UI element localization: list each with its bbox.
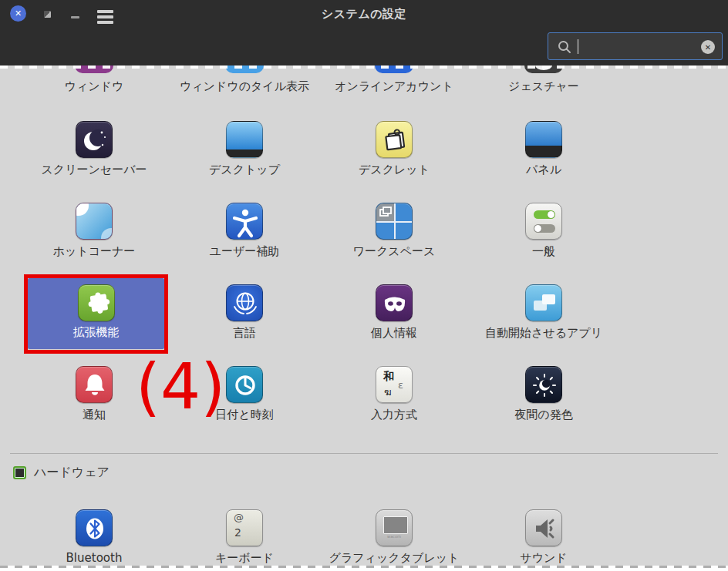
tile-label: 個人情報 <box>319 327 469 340</box>
settings-tile-window-tiling[interactable]: ウィンドウのタイル表示 <box>170 65 319 93</box>
tile-label: キーボード <box>170 552 319 565</box>
search-input[interactable]: ✕ <box>548 32 723 60</box>
tile-label: デスクレット <box>319 163 469 176</box>
keycap-char: 2 <box>234 526 241 539</box>
text-caret <box>578 39 578 54</box>
titlebar: ✕ システムの設定 ✕ <box>0 0 728 65</box>
tile-label: 通知 <box>19 408 169 422</box>
settings-tile-bluetooth[interactable]: Bluetooth <box>19 509 169 565</box>
tile-label: ユーザー補助 <box>170 245 319 258</box>
tile-label: ウィンドウのタイル表示 <box>170 80 319 93</box>
settings-tile-date-time[interactable]: 日付と時刻 <box>170 366 319 422</box>
settings-tile-startup-apps[interactable]: 自動開始させるアプリ <box>469 284 618 340</box>
settings-tile-accessibility[interactable]: ユーザー補助 <box>170 203 319 258</box>
desktop-icon <box>226 121 263 158</box>
settings-tile-keyboard[interactable]: @ 2 キーボード <box>170 509 319 565</box>
input-icon-char: ε <box>398 379 403 391</box>
tile-label: デスクトップ <box>170 163 319 176</box>
clock-icon <box>226 366 263 403</box>
input-characters-icon: 和 ฆ ε <box>376 366 413 403</box>
tile-label: 夜間の発色 <box>469 408 618 422</box>
settings-tile-workspaces[interactable]: ワークスペース <box>319 203 469 258</box>
settings-tile-general[interactable]: 一般 <box>469 203 618 258</box>
speaker-icon <box>525 509 562 546</box>
input-icon-char: 和 <box>383 370 394 384</box>
settings-tile-notifications[interactable]: 通知 <box>19 366 169 422</box>
tile-label: ワークスペース <box>319 245 469 258</box>
bell-icon <box>76 366 113 403</box>
settings-tile-sound[interactable]: サウンド <box>469 509 618 565</box>
settings-tile-desktop[interactable]: デスクトップ <box>170 121 319 176</box>
hot-corners-icon <box>76 203 113 240</box>
settings-tile-hot-corners[interactable]: ホットコーナー <box>19 203 169 258</box>
bluetooth-rune-icon <box>76 509 113 546</box>
tablet-brand-text: wacom <box>376 534 412 539</box>
overlapping-squares-icon <box>525 284 562 321</box>
input-icon-char: ฆ <box>384 384 392 400</box>
accessibility-person-icon <box>226 203 263 240</box>
night-sun-icon <box>525 366 562 403</box>
section-title: ハードウェア <box>34 465 110 481</box>
mask-icon <box>376 284 413 321</box>
keycap-char: @ <box>234 512 244 523</box>
settings-tile-panel[interactable]: パネル <box>469 121 618 176</box>
workspace-grid-icon <box>376 203 413 240</box>
tile-label: グラフィックタブレット <box>319 552 469 565</box>
settings-tile-input-method[interactable]: 和 ฆ ε 入力方式 <box>319 366 469 422</box>
tile-label: サウンド <box>469 552 618 565</box>
search-icon <box>557 39 572 55</box>
tile-label: 日付と時刻 <box>170 408 319 422</box>
window-title: システムの設定 <box>0 7 728 22</box>
settings-tile-languages[interactable]: 言語 <box>170 284 319 340</box>
toggles-icon <box>525 203 562 240</box>
tile-label: Bluetooth <box>19 552 169 565</box>
settings-tile-extensions-selected[interactable]: 拡張機能 <box>28 278 164 349</box>
settings-tile-desklets[interactable]: デスクレット <box>319 121 469 176</box>
settings-tile-privacy[interactable]: 個人情報 <box>319 284 469 340</box>
puzzle-piece-icon <box>78 284 115 321</box>
settings-tile-graphics-tablet[interactable]: wacom グラフィックタブレット <box>319 509 469 565</box>
tile-label: 言語 <box>170 327 319 340</box>
settings-tile-online-accounts[interactable]: オンラインアカウント <box>319 65 469 93</box>
scroll-undershoot-bottom <box>0 566 728 571</box>
tile-label: ホットコーナー <box>19 245 169 258</box>
clear-search-icon[interactable]: ✕ <box>701 40 715 54</box>
scroll-undershoot-top <box>0 65 728 69</box>
tile-label: 拡張機能 <box>28 326 164 339</box>
tile-label: オンラインアカウント <box>319 80 469 93</box>
settings-grid: ウィンドウ ウィンドウのタイル表示 オンラインアカウント ジェスチャー スクリー… <box>0 65 728 571</box>
settings-tile-windows[interactable]: ウィンドウ <box>19 65 169 93</box>
settings-tile-night-light[interactable]: 夜間の発色 <box>469 366 618 422</box>
hardware-section-header: ハードウェア <box>13 463 110 482</box>
panel-icon <box>525 121 562 158</box>
keycap-icon: @ 2 <box>226 509 263 546</box>
tile-label: パネル <box>469 163 618 176</box>
tablet-icon: wacom <box>376 509 413 546</box>
tile-label: 入力方式 <box>319 408 469 422</box>
un-globe-icon <box>226 284 263 321</box>
sticky-note-icon <box>376 121 413 158</box>
tile-label: ウィンドウ <box>19 80 169 93</box>
tile-label: 自動開始させるアプリ <box>469 327 618 340</box>
moon-stars-icon <box>76 121 113 158</box>
tile-label: スクリーンセーバー <box>19 163 169 176</box>
tile-label: 一般 <box>469 245 618 258</box>
section-divider <box>10 453 718 454</box>
settings-tile-gestures[interactable]: ジェスチャー <box>469 65 618 93</box>
hardware-chip-icon <box>13 466 26 479</box>
settings-tile-screensaver[interactable]: スクリーンセーバー <box>19 121 169 176</box>
tile-label: ジェスチャー <box>469 80 618 93</box>
